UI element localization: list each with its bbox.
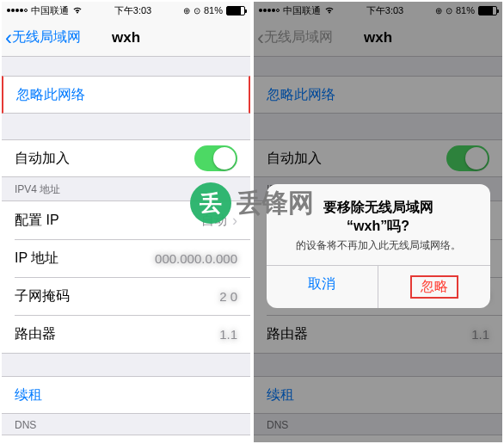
alert-cancel-button[interactable]: 取消 xyxy=(267,266,378,308)
ip-address-cell: IP 地址 000.000.0.000 xyxy=(2,239,250,277)
forget-network-cell[interactable]: 忽略此网络 xyxy=(2,76,250,114)
renew-lease-cell[interactable]: 续租 xyxy=(2,376,250,414)
watermark-text: 丢锋网 xyxy=(237,186,314,221)
router-value: 1.1 xyxy=(219,327,237,342)
alert-message: 的设备将不再加入此无线局域网络。 xyxy=(277,238,480,253)
ip-address-label: IP 地址 xyxy=(15,250,58,268)
back-label: 无线局域网 xyxy=(12,28,81,46)
auto-join-cell[interactable]: 自动加入 xyxy=(2,139,250,177)
battery-icon xyxy=(226,6,245,15)
forget-network-label: 忽略此网络 xyxy=(16,86,85,104)
back-button[interactable]: ‹ 无线局域网 xyxy=(2,28,81,48)
subnet-value: 2 0 xyxy=(219,289,237,304)
watermark-logo-icon: 丢 xyxy=(190,182,231,224)
watermark: 丢 丢锋网 xyxy=(190,182,314,224)
page-title: wxh xyxy=(112,29,140,46)
status-bar: 中国联通 下午3:03 ⊕ ⊙ 81% xyxy=(2,2,250,19)
chevron-left-icon: ‹ xyxy=(5,28,12,48)
renew-lease-label: 续租 xyxy=(15,386,42,404)
dns-section-header: DNS xyxy=(2,414,250,435)
ip-address-value: 000.000.0.000 xyxy=(155,251,237,266)
alert-forget-button[interactable]: 忽略 xyxy=(378,266,490,308)
signal-dots-icon xyxy=(7,9,28,12)
orientation-lock-icon: ⊙ xyxy=(194,6,200,15)
wifi-icon xyxy=(72,5,83,15)
configure-ip-label: 配置 IP xyxy=(15,212,59,230)
configure-dns-cell[interactable]: 配置 DNS 自动 › xyxy=(2,435,250,442)
subnet-cell: 子网掩码 2 0 xyxy=(2,277,250,315)
auto-join-toggle[interactable] xyxy=(194,145,237,171)
status-time: 下午3:03 xyxy=(114,4,151,17)
auto-join-label: 自动加入 xyxy=(15,150,70,168)
carrier-label: 中国联通 xyxy=(31,4,69,17)
subnet-label: 子网掩码 xyxy=(15,287,70,305)
battery-pct: 81% xyxy=(204,5,223,15)
alarm-icon: ⊕ xyxy=(183,6,190,15)
router-cell: 路由器 1.1 xyxy=(2,315,250,353)
nav-bar: ‹ 无线局域网 wxh xyxy=(2,19,250,57)
router-label: 路由器 xyxy=(15,325,56,343)
